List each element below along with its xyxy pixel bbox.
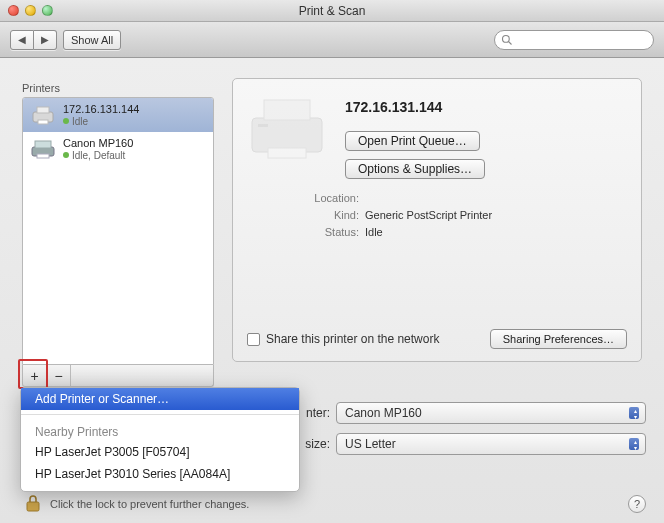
options-supplies-button[interactable]: Options & Supplies… <box>345 159 485 179</box>
svg-point-0 <box>503 35 510 42</box>
printers-list: 172.16.131.144 Idle Canon MP160 Idle, De… <box>22 97 214 365</box>
back-button[interactable]: ◀ <box>10 30 34 50</box>
printer-list-item[interactable]: Canon MP160 Idle, Default <box>23 132 213 166</box>
nearby-printers-heading: Nearby Printers <box>21 419 299 441</box>
add-printer-menu: Add Printer or Scanner… Nearby Printers … <box>20 387 300 492</box>
default-printer-select[interactable]: Canon MP160 <box>336 402 646 424</box>
printer-icon <box>29 137 57 161</box>
show-all-button[interactable]: Show All <box>63 30 121 50</box>
svg-rect-10 <box>268 148 306 158</box>
printer-icon <box>29 103 57 127</box>
minimize-window-icon[interactable] <box>25 5 36 16</box>
svg-rect-9 <box>264 100 310 120</box>
status-value: Idle <box>365 226 383 238</box>
add-printer-button[interactable]: + <box>23 365 47 386</box>
svg-rect-8 <box>252 118 322 152</box>
window-title: Print & Scan <box>299 4 366 18</box>
toolbar: ◀ ▶ Show All <box>0 22 664 58</box>
printer-detail-panel: 172.16.131.144 Open Print Queue… Options… <box>232 78 642 362</box>
printer-name: 172.16.131.144 <box>63 103 139 116</box>
lock-hint-text: Click the lock to prevent further change… <box>50 498 249 510</box>
share-printer-checkbox[interactable] <box>247 333 260 346</box>
search-icon <box>501 34 513 46</box>
printers-list-footer: + − <box>22 365 214 387</box>
nav-segment: ◀ ▶ <box>10 30 57 50</box>
kind-label: Kind: <box>239 209 359 221</box>
open-print-queue-button[interactable]: Open Print Queue… <box>345 131 480 151</box>
close-window-icon[interactable] <box>8 5 19 16</box>
location-label: Location: <box>239 192 359 204</box>
printers-heading: Printers <box>22 82 214 94</box>
add-printer-scanner-item[interactable]: Add Printer or Scanner… <box>21 388 299 410</box>
window-titlebar: Print & Scan <box>0 0 664 22</box>
printer-status: Idle, Default <box>63 150 133 162</box>
printer-status: Idle <box>63 116 139 128</box>
status-dot-icon <box>63 152 69 158</box>
printer-large-icon <box>239 89 335 169</box>
nearby-printer-item[interactable]: HP LaserJet P3010 Series [AA084A] <box>21 463 299 485</box>
zoom-window-icon[interactable] <box>42 5 53 16</box>
lock-icon[interactable] <box>24 493 42 515</box>
svg-rect-7 <box>37 154 49 158</box>
svg-rect-6 <box>35 141 51 148</box>
default-paper-size-select[interactable]: US Letter <box>336 433 646 455</box>
selected-printer-title: 172.16.131.144 <box>345 99 627 115</box>
svg-rect-3 <box>37 107 49 113</box>
svg-rect-4 <box>38 120 48 124</box>
status-dot-icon <box>63 118 69 124</box>
printer-name: Canon MP160 <box>63 137 133 150</box>
help-button[interactable]: ? <box>628 495 646 513</box>
remove-printer-button[interactable]: − <box>47 365 71 386</box>
menu-separator <box>21 414 299 415</box>
printer-list-item[interactable]: 172.16.131.144 Idle <box>23 98 213 132</box>
status-label: Status: <box>239 226 359 238</box>
search-input[interactable] <box>494 30 654 50</box>
svg-line-1 <box>509 41 512 44</box>
nearby-printer-item[interactable]: HP LaserJet P3005 [F05704] <box>21 441 299 463</box>
forward-button[interactable]: ▶ <box>34 30 57 50</box>
svg-rect-11 <box>258 124 268 127</box>
kind-value: Generic PostScript Printer <box>365 209 492 221</box>
share-printer-label: Share this printer on the network <box>266 332 439 346</box>
svg-rect-12 <box>27 502 39 511</box>
sharing-preferences-button[interactable]: Sharing Preferences… <box>490 329 627 349</box>
